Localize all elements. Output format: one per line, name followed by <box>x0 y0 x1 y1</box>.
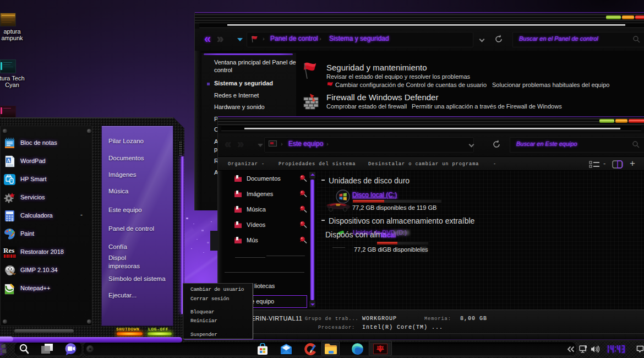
svg-text:Res: Res <box>3 246 14 254</box>
svg-text:A: A <box>7 158 11 164</box>
